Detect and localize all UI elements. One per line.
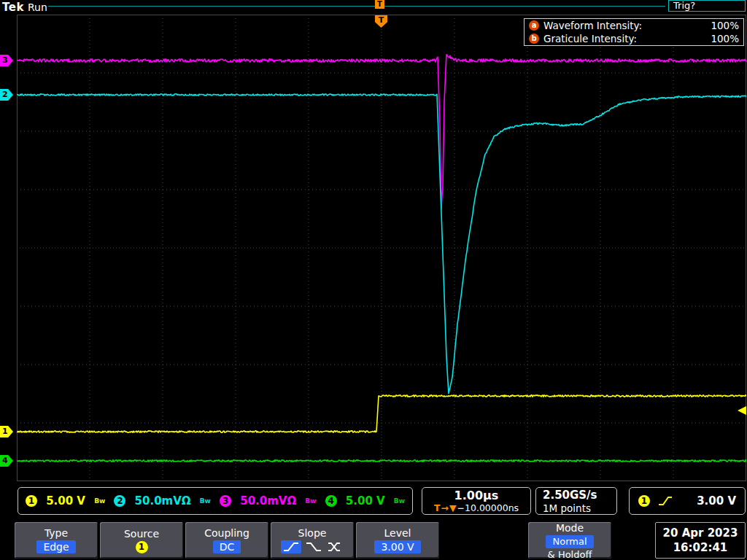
date-value: 20 Apr 2023 (663, 526, 738, 540)
trigger-level-value: 3.00 V (697, 494, 736, 508)
top-separator (48, 6, 665, 7)
menu-source-button[interactable]: Source 1 (100, 522, 183, 559)
arrow-right-icon: → (441, 502, 448, 513)
multipurpose-a-icon: a (529, 20, 539, 31)
menu-mode-label: Mode (556, 522, 584, 534)
menu-slope-button[interactable]: Slope (271, 522, 354, 559)
trigger-status-badge: Trig? (668, 0, 746, 12)
menu-mode-value: Normal (546, 535, 593, 548)
sample-rate-value: 2.50GS/s (543, 489, 616, 502)
channel-readouts[interactable]: 1 5.00 V Bw 2 50.0mVΩ Bw 3 50.0mVΩ Bw 4 … (18, 487, 413, 515)
ch1-position-marker[interactable]: 1 (0, 426, 13, 438)
menu-type-label: Type (44, 527, 68, 539)
marker-down-icon: ▼ (449, 502, 457, 513)
ch2-bandwidth-icon: Bw (200, 497, 211, 505)
menu-level-label: Level (384, 527, 411, 539)
graticule-area (17, 15, 746, 481)
horizontal-readout[interactable]: 1.00µs T → ▼ −10.00000ns (422, 487, 531, 515)
acquisition-status: Run (28, 1, 47, 13)
either-slope-icon[interactable] (326, 541, 344, 553)
trigger-position-top-icon[interactable]: T (375, 0, 384, 9)
ch3-scale: 50.0mVΩ (240, 494, 296, 508)
menu-type-button[interactable]: Type Edge (15, 522, 98, 559)
waveform-intensity-row[interactable]: a Waveform Intensity: 100% (529, 20, 739, 32)
waveform-intensity-value: 100% (711, 20, 739, 31)
ch3-bandwidth-icon: Bw (305, 497, 316, 505)
ch2-scale: 50.0mVΩ (135, 494, 191, 508)
trace-ch2 (17, 94, 746, 394)
trigger-source-badge: 1 (638, 495, 650, 507)
menu-source-value: 1 (136, 541, 148, 553)
ch1-scale: 5.00 V (46, 494, 85, 508)
acquisition-readout: 2.50GS/s 1M points (535, 487, 617, 515)
ch3-badge[interactable]: 3 (220, 495, 231, 507)
menu-source-label: Source (124, 528, 159, 540)
ch4-scale: 5.00 V (346, 494, 385, 508)
menu-coupling-label: Coupling (204, 527, 249, 539)
graticule-intensity-value: 100% (711, 33, 739, 44)
record-length-value: 1M points (543, 502, 616, 514)
datetime-box: 20 Apr 2023 16:02:41 (655, 522, 746, 559)
menu-type-value: Edge (36, 540, 75, 553)
ch1-badge[interactable]: 1 (26, 495, 37, 507)
rising-slope-icon[interactable] (281, 540, 301, 553)
menu-mode-value2: & Holdoff (548, 550, 592, 559)
menu-coupling-value: DC (213, 540, 241, 553)
intensity-panel: a Waveform Intensity: 100% b Graticule I… (524, 18, 744, 46)
trace-ch1 (17, 395, 746, 432)
ch4-badge[interactable]: 4 (325, 495, 337, 507)
falling-slope-icon[interactable] (305, 541, 322, 553)
ch3-position-marker[interactable]: 3 (0, 55, 13, 66)
trigger-position-value: −10.00000ns (457, 502, 519, 513)
menu-level-value: 3.00 V (374, 540, 420, 553)
menu-mode-button[interactable]: Mode Normal & Holdoff (528, 522, 611, 559)
graticule-intensity-row[interactable]: b Graticule Intensity: 100% (529, 33, 739, 45)
ch2-position-marker[interactable]: 2 (0, 89, 13, 101)
trigger-position-readout: T → ▼ −10.00000ns (434, 502, 519, 513)
ch1-bandwidth-icon: Bw (94, 497, 105, 505)
trigger-readout[interactable]: 1 3.00 V (629, 487, 746, 515)
rising-edge-icon (657, 495, 673, 507)
multipurpose-b-icon: b (529, 34, 539, 44)
scope-display (17, 15, 746, 481)
ch4-bandwidth-icon: Bw (394, 497, 405, 505)
trigger-t-icon: T (434, 502, 441, 513)
graticule-intensity-label: Graticule Intensity: (543, 33, 637, 44)
ch4-position-marker[interactable]: 4 (0, 455, 13, 467)
timebase-value: 1.00µs (454, 489, 499, 502)
waveform-intensity-label: Waveform Intensity: (543, 20, 642, 31)
ch2-badge[interactable]: 2 (114, 495, 125, 507)
time-value: 16:02:41 (673, 541, 728, 554)
menu-coupling-button[interactable]: Coupling DC (185, 522, 268, 559)
slope-options (281, 540, 344, 553)
trigger-level-marker[interactable] (738, 406, 746, 415)
menu-slope-label: Slope (298, 527, 327, 539)
brand-logo: Tek (2, 1, 24, 14)
menu-level-button[interactable]: Level 3.00 V (356, 522, 439, 559)
